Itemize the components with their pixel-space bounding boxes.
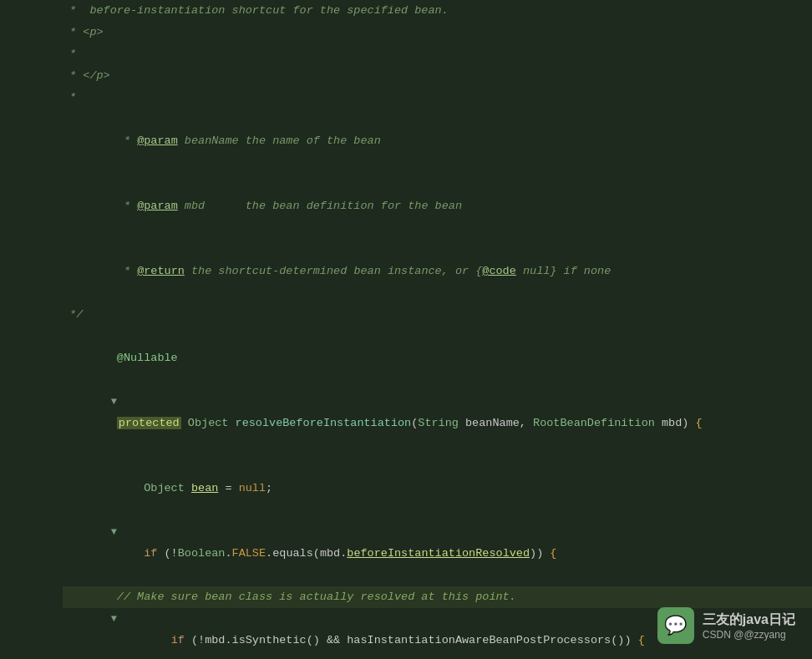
- line-content-6: * @param beanName the name of the bean: [63, 109, 812, 174]
- gutter-5: [63, 87, 125, 109]
- line-2: * <p>: [63, 22, 812, 43]
- line-content-13: if (!Boolean.FALSE.equals(mbd.beforeInst…: [63, 521, 812, 586]
- line-4: * </p>: [63, 65, 812, 87]
- line-content-12: Object bean = null;: [63, 456, 812, 521]
- gutter-12: [63, 456, 125, 478]
- line-14: // Make sure bean class is actually reso…: [63, 586, 812, 608]
- line-content-8: * @return the shortcut-determined bean i…: [63, 239, 812, 304]
- line-content-2: * <p>: [63, 22, 812, 43]
- watermark-icon: 💬: [657, 607, 694, 644]
- line-6: * @param beanName the name of the bean: [63, 109, 812, 174]
- watermark: 💬 三友的java日记 CSDN @@zzyang: [657, 607, 795, 644]
- line-8: * @return the shortcut-determined bean i…: [63, 239, 812, 304]
- watermark-text: 三友的java日记 CSDN @@zzyang: [703, 611, 795, 641]
- line-content-11: protected Object resolveBeforeInstantiat…: [63, 391, 812, 456]
- gutter-2: [63, 22, 125, 43]
- fold-icon-13[interactable]: ▼: [111, 521, 117, 543]
- gutter-6: [63, 109, 125, 130]
- line-11: ▼ protected Object resolveBeforeInstanti…: [63, 391, 812, 456]
- watermark-subtitle: CSDN @@zzyang: [703, 629, 786, 641]
- line-1: * before-instantiation shortcut for the …: [63, 0, 812, 22]
- line-10: @Nullable: [63, 326, 812, 391]
- gutter-9: [63, 304, 125, 326]
- line-12: Object bean = null;: [63, 456, 812, 521]
- gutter-14: [63, 586, 125, 608]
- line-content-9: */: [63, 304, 812, 326]
- gutter-13: ▼: [63, 521, 125, 543]
- line-content-7: * @param mbd the bean definition for the…: [63, 174, 812, 239]
- code-lines: * before-instantiation shortcut for the …: [0, 0, 812, 659]
- line-7: * @param mbd the bean definition for the…: [63, 174, 812, 239]
- gutter-15: ▼: [63, 608, 125, 630]
- watermark-title: 三友的java日记: [703, 611, 795, 629]
- line-content-3: *: [63, 43, 812, 65]
- gutter-4: [63, 65, 125, 87]
- line-13: ▼ if (!Boolean.FALSE.equals(mbd.beforeIn…: [63, 521, 812, 586]
- gutter-10: [63, 326, 125, 347]
- line-content-1: * before-instantiation shortcut for the …: [63, 0, 812, 22]
- fold-icon-15[interactable]: ▼: [111, 608, 117, 630]
- gutter-1: [63, 0, 125, 22]
- line-3: *: [63, 43, 812, 65]
- line-content-5: *: [63, 87, 812, 109]
- line-5: *: [63, 87, 812, 109]
- code-editor: * before-instantiation shortcut for the …: [0, 0, 812, 659]
- line-content-4: * </p>: [63, 65, 812, 87]
- gutter-8: [63, 239, 125, 261]
- gutter-7: [63, 174, 125, 195]
- fold-icon-11[interactable]: ▼: [111, 391, 117, 413]
- line-9: */: [63, 304, 812, 326]
- line-content-10: @Nullable: [63, 326, 812, 391]
- line-content-14: // Make sure bean class is actually reso…: [63, 586, 812, 608]
- gutter-3: [63, 43, 125, 65]
- gutter-11: ▼: [63, 391, 125, 413]
